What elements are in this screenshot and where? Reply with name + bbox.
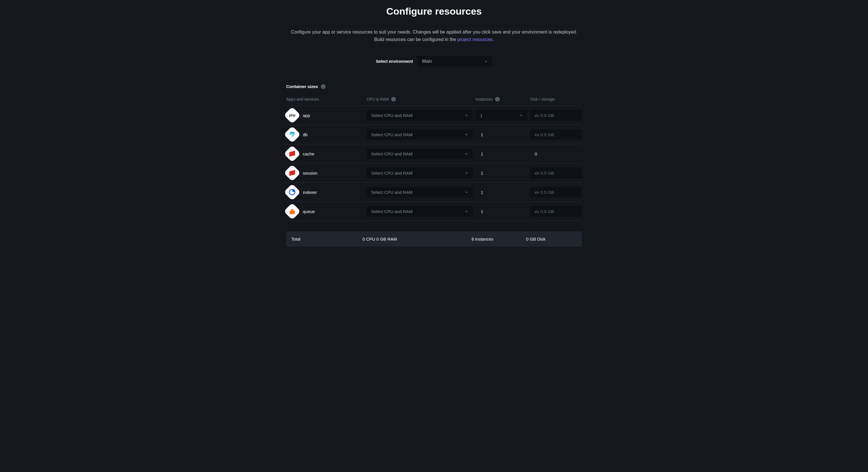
chevron-down-icon [465, 113, 468, 117]
php-icon: php [284, 107, 301, 124]
info-icon[interactable]: i [495, 97, 500, 102]
chevron-down-icon [484, 60, 488, 63]
service-name: queue [303, 209, 315, 214]
table-row: phpappSelect CPU and RAM1 [286, 106, 582, 125]
service-cell: phpapp [286, 109, 364, 121]
column-disk: Disk / storage [530, 97, 582, 102]
service-name: app [303, 113, 310, 118]
instances-value: 1 [480, 113, 483, 118]
disk-input[interactable] [530, 187, 582, 198]
total-cpu: 0 CPU 0 GB RAM [362, 237, 468, 241]
instances-value: 1 [476, 209, 527, 214]
disk-value: 0 [530, 151, 582, 156]
chevron-down-icon [465, 191, 468, 194]
environment-select[interactable]: Main [417, 56, 492, 67]
blue-icon [284, 183, 301, 200]
redis-icon [284, 145, 301, 162]
orange-icon [284, 203, 301, 220]
mysql-icon: 🐬 [284, 126, 301, 143]
instances-value: 1 [476, 171, 527, 175]
instances-value: 1 [476, 132, 527, 137]
table-row: 🐬dbSelect CPU and RAM1 [286, 125, 582, 144]
service-cell: 🐬db [286, 129, 364, 140]
table-row: cacheSelect CPU and RAM10 [286, 144, 582, 164]
cpu-ram-placeholder: Select CPU and RAM [371, 132, 412, 137]
instances-select[interactable]: 1 [476, 110, 527, 121]
service-cell: session [286, 167, 364, 179]
service-name: session [303, 171, 317, 175]
environment-selector-row: Select environment Main [286, 56, 582, 67]
environment-label: Select environment [376, 59, 413, 64]
info-icon[interactable]: i [321, 84, 326, 89]
service-name: db [303, 132, 308, 137]
disk-input[interactable] [530, 129, 582, 140]
cpu-ram-select[interactable]: Select CPU and RAM [367, 187, 473, 198]
cpu-ram-select[interactable]: Select CPU and RAM [367, 129, 473, 140]
table-row: indexerSelect CPU and RAM1 [286, 183, 582, 202]
service-cell: cache [286, 148, 364, 160]
service-name: indexer [303, 190, 317, 195]
cpu-ram-select[interactable]: Select CPU and RAM [367, 110, 473, 121]
total-label: Total [291, 237, 359, 241]
column-instances: Instances i [476, 97, 527, 102]
cpu-ram-select[interactable]: Select CPU and RAM [367, 148, 473, 159]
cpu-ram-placeholder: Select CPU and RAM [371, 171, 412, 175]
totals-row: Total 0 CPU 0 GB RAM 6 instances 0 GB Di… [286, 231, 582, 247]
project-resources-link[interactable]: project resources [457, 37, 493, 42]
description-text: Configure your app or service resources … [291, 30, 577, 42]
cpu-ram-placeholder: Select CPU and RAM [371, 113, 412, 118]
column-cpu: CPU & RAM i [367, 97, 473, 102]
section-title: Container sizes [286, 84, 318, 89]
chevron-down-icon [465, 171, 468, 175]
service-cell: indexer [286, 186, 364, 198]
disk-input[interactable] [530, 206, 582, 217]
disk-input[interactable] [530, 110, 582, 121]
cpu-ram-select[interactable]: Select CPU and RAM [367, 168, 473, 178]
total-instances: 6 instances [471, 237, 523, 241]
chevron-down-icon [465, 210, 468, 213]
instances-value: 1 [476, 151, 527, 156]
service-name: cache [303, 151, 314, 156]
cpu-ram-placeholder: Select CPU and RAM [371, 209, 412, 214]
column-instances-label: Instances [476, 97, 493, 102]
cpu-ram-select[interactable]: Select CPU and RAM [367, 206, 473, 217]
disk-input[interactable] [530, 168, 582, 178]
cpu-ram-placeholder: Select CPU and RAM [371, 190, 412, 195]
page-title: Configure resources [286, 6, 582, 17]
section-header: Container sizes i [286, 84, 582, 89]
service-cell: queue [286, 205, 364, 217]
page-description: Configure your app or service resources … [286, 28, 582, 43]
cpu-ram-placeholder: Select CPU and RAM [371, 151, 412, 156]
column-cpu-label: CPU & RAM [367, 97, 389, 102]
chevron-down-icon [465, 152, 468, 156]
column-apps: Apps and services [286, 97, 364, 102]
table-row: queueSelect CPU and RAM1 [286, 202, 582, 221]
chevron-down-icon [519, 113, 523, 117]
environment-selected-value: Main [422, 59, 432, 64]
redis-icon [284, 164, 301, 181]
chevron-down-icon [465, 133, 468, 136]
instances-value: 1 [476, 190, 527, 195]
table-header: Apps and services CPU & RAM i Instances … [286, 97, 582, 106]
info-icon[interactable]: i [391, 97, 396, 102]
table-row: sessionSelect CPU and RAM1 [286, 164, 582, 183]
total-disk: 0 GB Disk [526, 237, 577, 241]
description-suffix: . [493, 37, 494, 42]
